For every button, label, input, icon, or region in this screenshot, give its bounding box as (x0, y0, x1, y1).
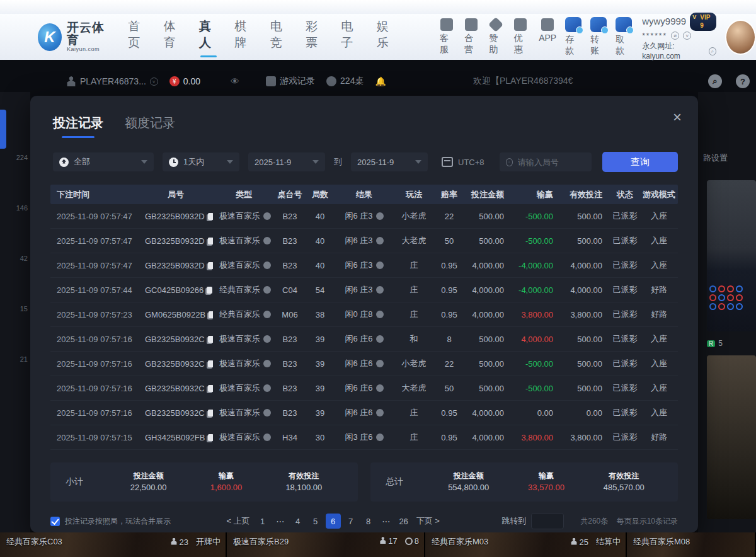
round-search[interactable]: ◦ (500, 152, 592, 171)
nav-item-电子[interactable]: 电子 (341, 18, 360, 56)
page-item-< 上页[interactable]: < 上页 (224, 514, 252, 529)
copy-icon[interactable] (207, 287, 212, 294)
result-detail-icon[interactable] (376, 311, 384, 318)
subtotal-winloss: 1,600.00 (187, 481, 265, 494)
info-icon[interactable] (263, 212, 271, 220)
page-item-⋯[interactable]: ⋯ (379, 514, 394, 529)
pagination: < 上页1⋯45678⋯26下页 > (224, 514, 442, 529)
date-to-select[interactable]: 2025-11-9 (351, 152, 428, 171)
site-logo[interactable]: K 开云体育 Kaiyun.com (38, 21, 110, 52)
tab-投注记录[interactable]: 投注记录 (53, 115, 103, 138)
coin-icon: ¥ (169, 76, 180, 86)
page-item-26[interactable]: 26 (396, 514, 411, 529)
date-from-select[interactable]: 2025-11-9 (248, 152, 325, 171)
nav-item-真人[interactable]: 真人 (199, 18, 218, 56)
info-icon[interactable] (263, 335, 271, 343)
quick-link-APP[interactable]: APP (539, 18, 556, 55)
nav-item-电竞[interactable]: 电竞 (270, 18, 289, 56)
cell-winloss: 4,000.00 (512, 335, 561, 344)
wallet-link-转账[interactable]: 转账 (590, 17, 607, 57)
vip-badge: VIP 9 (690, 13, 716, 31)
game-records-link[interactable]: 游戏记录 (266, 76, 315, 87)
info-icon[interactable] (263, 409, 271, 416)
copy-icon[interactable] (208, 262, 213, 269)
result-detail-icon[interactable] (376, 409, 384, 416)
nav-item-棋牌[interactable]: 棋牌 (234, 18, 253, 56)
cell-mode: 好路 (640, 432, 678, 443)
merge-checkbox[interactable] (50, 517, 60, 526)
info-icon[interactable] (263, 434, 271, 441)
help-icon[interactable]: ? (736, 74, 750, 88)
nav-item-娱乐[interactable]: 娱乐 (377, 18, 396, 56)
info-icon[interactable] (263, 237, 271, 244)
chevron-down-icon: v (150, 78, 158, 86)
bet-table: 下注时间局号类型桌台号局数结果玩法赔率投注金额输赢有效投注状态游戏模式 2025… (50, 185, 678, 450)
result-detail-icon[interactable] (376, 212, 384, 220)
magnifier-icon[interactable]: ⌕ (709, 47, 716, 55)
tab-额度记录[interactable]: 额度记录 (125, 115, 175, 138)
result-detail-icon[interactable] (376, 360, 384, 367)
cell-valid: 4,000.00 (561, 285, 610, 295)
page-item-7[interactable]: 7 (343, 514, 358, 529)
toggle-visibility[interactable]: 👁 (231, 76, 239, 86)
result-detail-icon[interactable] (376, 335, 384, 343)
avatar[interactable] (725, 20, 756, 55)
copy-icon[interactable] (208, 238, 213, 244)
video-tile-极速百家乐B29[interactable]: 极速百家乐B29178 (227, 532, 425, 557)
info-icon[interactable] (263, 261, 271, 269)
cell-table-no: B23 (275, 335, 305, 344)
range-select[interactable]: 1天内 (163, 152, 239, 171)
page-item-5[interactable]: 5 (308, 514, 323, 529)
tables-count[interactable]: 224桌 (326, 76, 364, 87)
road-settings-label[interactable]: 路设置 (703, 152, 728, 164)
result-detail-icon[interactable] (376, 286, 384, 294)
page-item-4[interactable]: 4 (290, 514, 306, 529)
result-detail-icon[interactable] (376, 384, 384, 392)
balance-display[interactable]: ¥ 0.00 (169, 76, 200, 86)
info-icon[interactable] (263, 286, 271, 294)
video-tile-经典百家乐M03[interactable]: 经典百家乐M0325结算中 (425, 532, 627, 557)
jump-input[interactable] (531, 513, 564, 529)
result-detail-icon[interactable] (376, 237, 384, 244)
copy-icon[interactable] (208, 385, 213, 392)
page-item-下页 >[interactable]: 下页 > (414, 514, 442, 529)
wallet-link-存款[interactable]: 存款 (565, 17, 581, 57)
page-item-8[interactable]: 8 (361, 514, 376, 529)
category-select[interactable]: 全部 (53, 152, 154, 171)
copy-icon[interactable] (208, 336, 213, 343)
page-item-1[interactable]: 1 (255, 514, 270, 529)
quick-link-赞助[interactable]: 赞助 (490, 18, 503, 55)
wallet-link-取款[interactable]: 取款 (616, 17, 632, 57)
copy-icon[interactable] (208, 213, 213, 220)
page-item-⋯[interactable]: ⋯ (273, 514, 288, 529)
dealer-video-thumb[interactable] (707, 180, 756, 331)
copy-icon[interactable] (208, 434, 213, 441)
search-icon[interactable]: ⌕ (708, 74, 722, 88)
copy-icon[interactable] (208, 360, 213, 367)
video-tile-经典百家乐C03[interactable]: 经典百家乐C0323开牌中 (0, 532, 227, 557)
close-icon[interactable]: × (673, 110, 682, 125)
quick-link-合营[interactable]: 合营 (464, 18, 478, 55)
info-icon[interactable] (263, 384, 271, 392)
chevron-down-icon[interactable]: v (683, 32, 691, 40)
dealer-video-thumb-2[interactable] (707, 355, 756, 519)
result-detail-icon[interactable] (376, 434, 384, 441)
video-tile-经典百家乐M08[interactable]: 经典百家乐M08 (627, 532, 756, 557)
quick-link-优惠[interactable]: 优惠 (514, 18, 527, 55)
cell-mode: 好路 (640, 284, 678, 296)
page-item-6[interactable]: 6 (326, 514, 341, 529)
nav-item-彩票[interactable]: 彩票 (306, 18, 324, 56)
quick-link-客服[interactable]: 客服 (440, 18, 453, 55)
copy-icon[interactable] (209, 311, 213, 318)
copy-icon[interactable] (208, 410, 213, 416)
player-menu[interactable]: PLAYER46873... v (66, 76, 158, 86)
info-icon[interactable] (263, 360, 271, 367)
eye-off-icon[interactable]: ø (671, 32, 679, 40)
nav-item-体育[interactable]: 体育 (164, 18, 183, 56)
nav-item-首页[interactable]: 首页 (128, 18, 147, 56)
notifications[interactable]: 🔔 (375, 76, 386, 86)
query-button[interactable]: 查询 (602, 152, 678, 172)
round-input[interactable] (518, 158, 585, 167)
info-icon[interactable] (263, 311, 271, 318)
result-detail-icon[interactable] (376, 261, 384, 269)
